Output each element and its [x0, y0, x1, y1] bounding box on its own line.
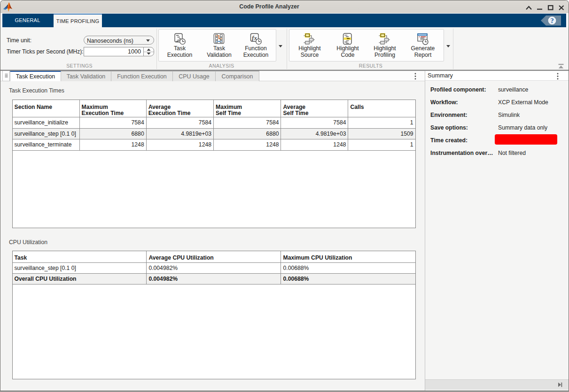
svg-text:?: ?	[550, 17, 553, 24]
